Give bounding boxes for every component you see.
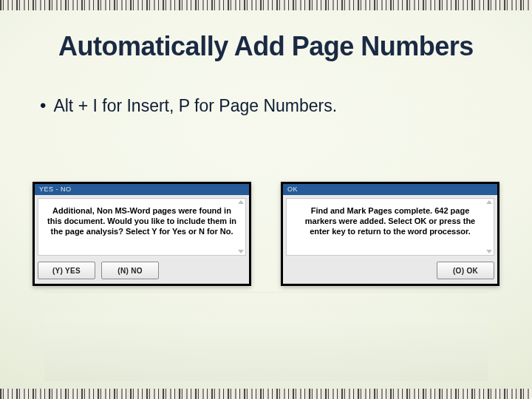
dialog-titlebar: OK bbox=[283, 184, 497, 195]
dialog-body: Find and Mark Pages complete. 642 page m… bbox=[286, 198, 494, 256]
dialog-titlebar: YES - NO bbox=[35, 184, 249, 195]
scroll-indicator-icon bbox=[238, 200, 244, 253]
dialog-body: Additional, Non MS-Word pages were found… bbox=[38, 198, 246, 256]
decorative-top-strip bbox=[0, 0, 532, 10]
yes-no-dialog: YES - NO Additional, Non MS-Word pages w… bbox=[33, 182, 251, 286]
page-title: Automatically Add Page Numbers bbox=[0, 31, 532, 62]
bullet-item: • Alt + I for Insert, P for Page Numbers… bbox=[40, 95, 492, 117]
dialog-buttons: (Y) YES (N) NO bbox=[35, 256, 249, 284]
dialog-message: Find and Mark Pages complete. 642 page m… bbox=[294, 205, 486, 236]
yes-button[interactable]: (Y) YES bbox=[38, 262, 95, 279]
bullet-dot-icon: • bbox=[40, 95, 46, 117]
bullet-text: Alt + I for Insert, P for Page Numbers. bbox=[53, 95, 337, 117]
dialog-buttons: (O) OK bbox=[283, 256, 497, 284]
ok-dialog: OK Find and Mark Pages complete. 642 pag… bbox=[281, 182, 499, 286]
slide: Automatically Add Page Numbers • Alt + I… bbox=[0, 0, 532, 399]
no-button[interactable]: (N) NO bbox=[101, 262, 159, 279]
decorative-paper-stack bbox=[44, 292, 488, 381]
scroll-indicator-icon bbox=[486, 200, 492, 253]
dialog-row: YES - NO Additional, Non MS-Word pages w… bbox=[33, 182, 499, 286]
dialog-message: Additional, Non MS-Word pages were found… bbox=[46, 205, 238, 236]
decorative-bottom-strip bbox=[0, 389, 532, 399]
ok-button[interactable]: (O) OK bbox=[437, 262, 494, 279]
